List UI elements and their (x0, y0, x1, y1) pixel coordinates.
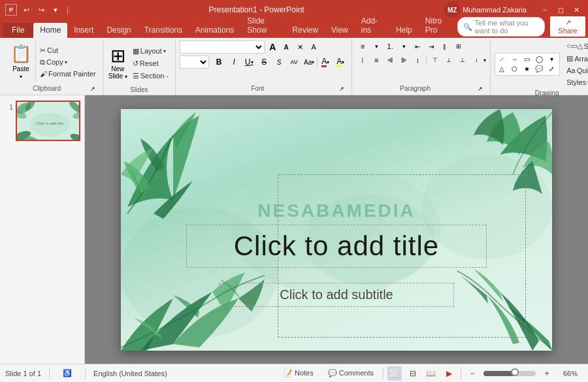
layout-button[interactable]: ▦ Layout ▾ (130, 46, 171, 57)
notes-button[interactable]: 📝 Notes (278, 368, 319, 379)
paste-button[interactable]: 📋 Paste ▾ (7, 41, 36, 82)
copy-button[interactable]: ⧉ Copy ▾ (37, 57, 99, 68)
shape-more[interactable]: ▾ (546, 55, 557, 64)
bullet-list2-btn[interactable]: ▾ (370, 40, 383, 52)
decrease-indent-btn[interactable]: ⇤ (411, 40, 424, 52)
redo-quick-btn[interactable]: ↪ (36, 5, 47, 16)
text-direction-btn[interactable]: A (307, 41, 320, 53)
restore-button[interactable]: ◻ (554, 3, 567, 16)
zoom-level-btn[interactable]: 66% (558, 368, 583, 379)
shape-rect[interactable]: ▭ (521, 55, 532, 64)
shape-line[interactable]: ⟋ (497, 55, 507, 64)
title-placeholder-box[interactable]: Click to add title (186, 225, 487, 268)
ribbon-tabs: File Home Insert Design Transitions Anim… (0, 20, 588, 38)
highlight-color-button[interactable]: A ▾ (333, 56, 348, 69)
cols-btn[interactable]: ⫿ (438, 40, 451, 52)
tab-home[interactable]: Home (33, 23, 67, 38)
justify-btn[interactable]: ⫸ (397, 54, 410, 66)
shadow-button[interactable]: S (272, 56, 286, 69)
font-name-select[interactable] (180, 40, 265, 54)
align-middle-btn[interactable]: ⊥ (442, 54, 455, 66)
font-color-button[interactable]: A ▾ (318, 56, 333, 69)
cut-button[interactable]: ✂ Cut (37, 45, 99, 56)
slide-thumb-inner: Click to add title (17, 102, 79, 140)
increase-indent-btn[interactable]: ⇥ (425, 40, 438, 52)
slide-1-thumbnail[interactable]: Click to add title (16, 101, 80, 141)
char-spacing-button[interactable]: AV (287, 56, 301, 69)
arrange-button[interactable]: ▤ Arrange ▾ (564, 53, 588, 64)
editing-canvas[interactable]: NESABAMEDIA Click to add title Click to … (85, 95, 588, 364)
zoom-out-btn[interactable]: − (465, 366, 480, 381)
text-direction2-btn[interactable]: ↕ (411, 54, 424, 66)
tab-review[interactable]: Review (286, 23, 325, 38)
tab-nitro[interactable]: Nitro Pro (419, 14, 457, 38)
increase-font-btn[interactable]: A (280, 41, 293, 53)
tab-slideshow[interactable]: Slide Show (240, 14, 286, 38)
quick-styles-icon: Aa (566, 67, 575, 74)
bold-button[interactable]: B (212, 56, 226, 69)
drawing-group-label: Drawing (495, 89, 588, 98)
new-slide-button[interactable]: ⊞ New Slide ▾ (107, 46, 129, 81)
subtitle-placeholder-box[interactable]: Click to add subtitle (219, 283, 454, 307)
align-bottom-btn[interactable]: ⊥ (456, 54, 469, 66)
comments-button[interactable]: 💬 Comments (323, 368, 379, 379)
smart-art-btn[interactable]: ⊞ (452, 40, 465, 52)
line-spacing-btn[interactable]: ↕ (470, 54, 483, 66)
tab-animations[interactable]: Animations (189, 23, 240, 38)
slide-sorter-btn[interactable]: ⊟ (406, 366, 420, 381)
normal-view-btn[interactable]: ⬜ (387, 366, 402, 381)
strikethrough-button[interactable]: S (257, 56, 271, 69)
minimize-button[interactable]: − (538, 3, 551, 16)
tab-file[interactable]: File (3, 23, 33, 38)
undo-quick-btn[interactable]: ↩ (21, 5, 32, 16)
thumb-leaf-svg: Click to add title (17, 102, 80, 141)
align-left-btn[interactable]: ⫶ (356, 54, 369, 66)
num-list2-btn[interactable]: ▾ (397, 40, 410, 52)
tab-addins[interactable]: Add-ins (355, 14, 389, 38)
change-case-button[interactable]: Aa▾ (302, 56, 316, 69)
shape-pentagon[interactable]: ⬠ (509, 65, 519, 74)
zoom-in-btn[interactable]: + (540, 366, 554, 381)
shape-oval[interactable]: ◯ (534, 55, 544, 64)
shapes-button[interactable]: ○▭△ Shapes (564, 40, 588, 52)
shape-star[interactable]: ★ (521, 65, 532, 74)
shape-arrow[interactable]: → (509, 55, 519, 64)
reset-button[interactable]: ↺ Reset (130, 58, 171, 69)
tab-insert[interactable]: Insert (67, 23, 100, 38)
quick-styles2-button[interactable]: Styles ▾ (564, 77, 588, 88)
align-right-btn[interactable]: ⫷ (384, 54, 397, 66)
reading-view-btn[interactable]: 📖 (424, 366, 438, 381)
shape-callout[interactable]: 💬 (534, 65, 544, 74)
clipboard-dialog-btn[interactable]: ↗ (87, 83, 99, 95)
font-dialog-btn[interactable]: ↗ (336, 83, 348, 95)
zoom-thumb[interactable] (511, 368, 519, 376)
slide-show-btn[interactable]: ▶ (442, 366, 457, 381)
italic-button[interactable]: I (227, 56, 241, 69)
quick-styles-button[interactable]: Aa Quick (564, 65, 588, 76)
decrease-font-btn[interactable]: A (266, 41, 279, 53)
underline-button[interactable]: U▾ (242, 56, 256, 69)
align-top-btn[interactable]: ⊤ (429, 54, 442, 66)
bullet-list-btn[interactable]: ≡ (356, 40, 369, 52)
share-button[interactable]: ↗ Share (550, 16, 585, 37)
status-sep-1 (49, 368, 50, 379)
clear-format-btn[interactable]: ✕ (293, 41, 306, 53)
num-list-btn[interactable]: 1. (384, 40, 397, 52)
font-size-select[interactable] (180, 56, 209, 69)
align-center-btn[interactable]: ≡ (370, 54, 383, 66)
format-painter-button[interactable]: 🖌 Format Painter (37, 69, 99, 79)
customize-qat-btn[interactable]: ▾ (51, 5, 60, 16)
shape-connector[interactable]: ⤢ (546, 65, 557, 74)
app-icon: P (5, 4, 17, 16)
tab-view[interactable]: View (325, 23, 355, 38)
tab-help[interactable]: Help (389, 23, 419, 38)
tab-design[interactable]: Design (100, 23, 137, 38)
accessibility-btn[interactable]: ♿ (57, 368, 77, 379)
tab-transitions[interactable]: Transitions (138, 23, 189, 38)
tell-me-input[interactable]: 🔍 Tell me what you want to do (457, 17, 545, 37)
section-button[interactable]: ☰ Section - (130, 71, 171, 82)
zoom-slider[interactable] (483, 371, 536, 376)
shape-triangle[interactable]: △ (497, 65, 507, 74)
paragraph-dialog-btn[interactable]: ↗ (474, 83, 486, 95)
close-button[interactable]: ✕ (570, 3, 583, 16)
